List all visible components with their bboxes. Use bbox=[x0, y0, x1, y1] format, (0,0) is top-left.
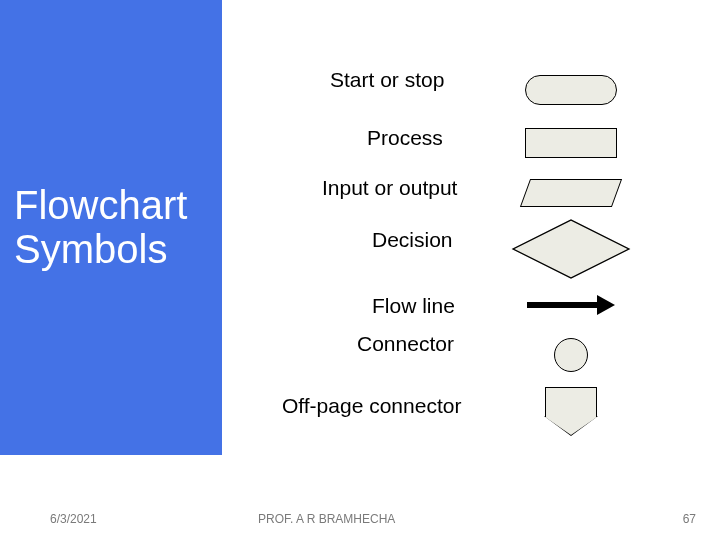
flowline-icon bbox=[522, 295, 620, 315]
symbol-label: Flow line bbox=[372, 294, 455, 318]
slide-footer: 6/3/2021 PROF. A R BRAMHECHA 67 bbox=[0, 498, 720, 540]
page-number: 67 bbox=[683, 512, 696, 526]
footer-date: 6/3/2021 bbox=[50, 512, 97, 526]
symbol-row-connector: Connector bbox=[222, 330, 720, 380]
symbol-row-offpage: Off-page connector bbox=[222, 380, 720, 442]
symbol-row-io: Input or output bbox=[222, 168, 720, 218]
footer-author: PROF. A R BRAMHECHA bbox=[258, 512, 395, 526]
symbol-label: Connector bbox=[357, 332, 454, 356]
symbol-label: Input or output bbox=[322, 176, 457, 200]
title-line-2: Symbols bbox=[14, 227, 167, 271]
slide: Flowchart Symbols Start or stop Process … bbox=[0, 0, 720, 540]
title-sidebar: Flowchart Symbols bbox=[0, 0, 222, 455]
symbol-row-process: Process bbox=[222, 118, 720, 168]
symbol-label: Start or stop bbox=[330, 68, 444, 92]
symbol-row-terminator: Start or stop bbox=[222, 62, 720, 118]
symbol-row-flowline: Flow line bbox=[222, 280, 720, 330]
symbol-row-decision: Decision bbox=[222, 218, 720, 280]
process-icon bbox=[522, 128, 620, 158]
symbol-label: Decision bbox=[372, 228, 453, 252]
offpage-icon bbox=[522, 387, 620, 435]
slide-title: Flowchart Symbols bbox=[14, 184, 222, 270]
decision-icon bbox=[522, 228, 620, 270]
symbols-list: Start or stop Process Input or output De… bbox=[222, 0, 720, 455]
symbol-label: Off-page connector bbox=[282, 394, 461, 418]
title-line-1: Flowchart bbox=[14, 183, 187, 227]
terminator-icon bbox=[522, 75, 620, 105]
io-icon bbox=[522, 179, 620, 207]
connector-icon bbox=[522, 338, 620, 372]
symbol-label: Process bbox=[367, 126, 443, 150]
